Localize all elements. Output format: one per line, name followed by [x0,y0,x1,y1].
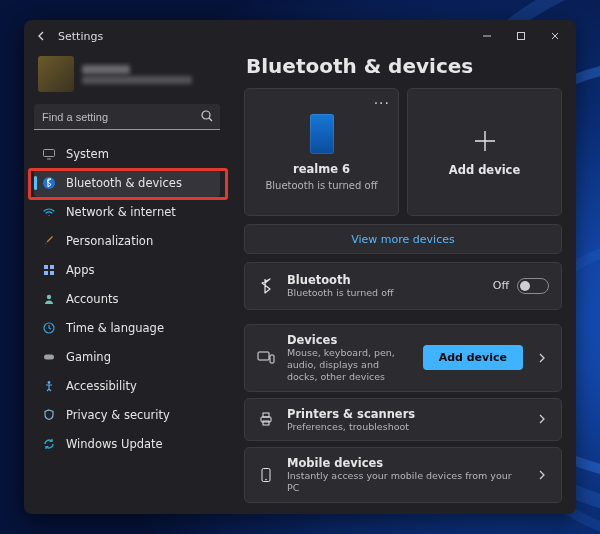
view-more-devices-button[interactable]: View more devices [244,224,562,254]
sidebar-item-label: System [66,147,109,161]
minimize-icon [482,31,492,41]
maximize-icon [516,31,526,41]
apps-icon [42,263,56,277]
minimize-button[interactable] [470,22,504,50]
close-icon [550,31,560,41]
sidebar-item-label: Gaming [66,350,111,364]
svg-rect-4 [44,265,48,269]
bluetooth-toggle[interactable] [517,278,549,294]
sidebar-item-label: Privacy & security [66,408,170,422]
close-button[interactable] [538,22,572,50]
chevron-right-icon [535,413,549,425]
toggle-state-label: Off [493,279,509,292]
view-more-label: View more devices [351,233,454,246]
avatar [38,56,74,92]
svg-rect-6 [44,271,48,275]
svg-rect-12 [258,352,269,360]
sidebar-item-label: Accessibility [66,379,137,393]
sidebar-item-label: Personalization [66,234,153,248]
shield-icon [42,408,56,422]
sidebar-item-label: Network & internet [66,205,176,219]
paintbrush-icon [42,234,56,248]
sidebar-item-label: Accounts [66,292,118,306]
accessibility-icon [42,379,56,393]
search-wrap [34,104,220,130]
mobile-devices-row[interactable]: Mobile devices Instantly access your mob… [244,447,562,503]
row-sub: Bluetooth is turned off [287,287,481,299]
sidebar-item-bluetooth-devices[interactable]: Bluetooth & devices [34,169,220,197]
sidebar-item-label: Apps [66,263,94,277]
plus-icon [471,127,499,155]
row-sub: Instantly access your mobile devices fro… [287,470,523,494]
row-title: Printers & scanners [287,407,523,421]
printers-row[interactable]: Printers & scanners Preferences, trouble… [244,398,562,442]
svg-rect-13 [270,355,274,363]
maximize-button[interactable] [504,22,538,50]
sidebar-item-label: Windows Update [66,437,163,451]
back-button[interactable] [28,22,56,50]
printer-icon [257,411,275,427]
bluetooth-icon [42,176,56,190]
search-input[interactable] [34,104,220,130]
add-device-button[interactable]: Add device [423,345,523,370]
svg-point-1 [202,111,210,119]
add-device-card[interactable]: Add device [407,88,562,216]
svg-point-11 [48,381,51,384]
sidebar-item-gaming[interactable]: Gaming [34,343,220,371]
settings-window: Settings [24,20,576,514]
account-block[interactable] [34,52,220,102]
nav-list: System Bluetooth & devices Network & int… [34,140,220,458]
sidebar-item-label: Time & language [66,321,164,335]
main-content: Bluetooth & devices ··· realme 6 Bluetoo… [230,52,576,514]
sidebar-item-label: Bluetooth & devices [66,176,182,190]
svg-rect-0 [518,33,525,40]
chevron-right-icon [535,469,549,481]
svg-rect-2 [44,150,55,157]
sidebar-item-accessibility[interactable]: Accessibility [34,372,220,400]
row-title: Bluetooth [287,273,481,287]
account-info-redacted [82,65,192,84]
svg-rect-10 [44,355,54,360]
gaming-icon [42,350,56,364]
sidebar: System Bluetooth & devices Network & int… [24,52,230,514]
sidebar-item-personalization[interactable]: Personalization [34,227,220,255]
device-cards-row: ··· realme 6 Bluetooth is turned off Add… [244,88,562,216]
page-title: Bluetooth & devices [246,54,562,78]
sidebar-item-accounts[interactable]: Accounts [34,285,220,313]
chevron-right-icon [535,352,549,364]
device-status: Bluetooth is turned off [265,180,377,191]
device-name: realme 6 [293,162,350,176]
window-title: Settings [58,30,103,43]
bluetooth-icon [257,277,275,295]
bluetooth-toggle-row: Bluetooth Bluetooth is turned off Off [244,262,562,310]
svg-point-8 [47,295,51,299]
devices-icon [257,350,275,366]
add-device-label: Add device [449,163,520,177]
row-sub: Preferences, troubleshoot [287,421,523,433]
devices-row[interactable]: Devices Mouse, keyboard, pen, audio, dis… [244,324,562,392]
row-title: Devices [287,333,411,347]
titlebar: Settings [24,20,576,52]
sidebar-item-windows-update[interactable]: Windows Update [34,430,220,458]
system-icon [42,147,56,161]
wifi-icon [42,205,56,219]
update-icon [42,437,56,451]
row-sub: Mouse, keyboard, pen, audio, displays an… [287,347,411,383]
sidebar-item-system[interactable]: System [34,140,220,168]
paired-device-card[interactable]: ··· realme 6 Bluetooth is turned off [244,88,399,216]
svg-point-18 [265,479,267,481]
svg-rect-15 [263,413,269,417]
sidebar-item-apps[interactable]: Apps [34,256,220,284]
sidebar-item-network[interactable]: Network & internet [34,198,220,226]
device-card-more-button[interactable]: ··· [374,95,390,111]
row-title: Mobile devices [287,456,523,470]
svg-rect-5 [50,265,54,269]
sidebar-item-privacy-security[interactable]: Privacy & security [34,401,220,429]
search-icon [200,109,214,123]
arrow-left-icon [36,30,48,42]
mobile-icon [257,467,275,483]
phone-icon [310,114,334,154]
sidebar-item-time-language[interactable]: Time & language [34,314,220,342]
globe-clock-icon [42,321,56,335]
svg-rect-7 [50,271,54,275]
